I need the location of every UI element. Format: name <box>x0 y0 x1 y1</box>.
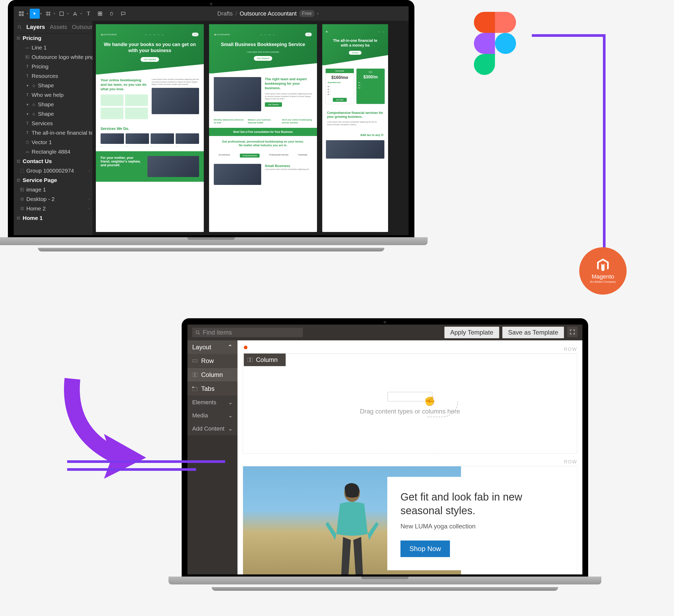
chevron-down-icon[interactable]: ▾ <box>317 12 319 15</box>
chevron-down-icon: ▾ <box>27 12 28 15</box>
layer-row[interactable]: Home 1 <box>14 213 92 223</box>
drafts-label[interactable]: Drafts <box>217 10 233 17</box>
layer-row[interactable]: Group 1000002974› <box>14 166 92 175</box>
pen-tool-button[interactable] <box>70 9 80 19</box>
search-input[interactable]: Find items <box>192 328 303 337</box>
layer-row[interactable]: TPricing <box>14 62 92 71</box>
thumb: — <box>101 133 124 148</box>
intro-section: Your online bookkeeping and tax team, so… <box>96 74 204 123</box>
move-tool-button[interactable] <box>30 9 40 19</box>
tab-layers[interactable]: Layers <box>26 24 45 30</box>
layer-row[interactable]: Outsource logo white png 1 <box>14 52 92 62</box>
frame-icon <box>20 206 24 211</box>
badge-name: Magento <box>592 273 614 280</box>
layer-row[interactable]: ▾◇Shape <box>14 100 92 109</box>
shop-now-button[interactable]: Shop Now <box>401 541 450 557</box>
artboard-service[interactable]: ◆ OUTSOURCE ———— — Small Business Bookke… <box>209 24 317 232</box>
figma-canvas[interactable]: ◆ OUTSOURCE ————— — We handle your books… <box>93 21 409 235</box>
layer-row[interactable]: Service Page <box>14 175 92 185</box>
search-icon[interactable] <box>17 25 22 29</box>
comment-tool-button[interactable] <box>118 9 128 19</box>
layer-row[interactable]: ▾◇Shape <box>14 81 92 90</box>
layer-row[interactable]: TResources <box>14 71 92 81</box>
magento-canvas[interactable]: ROW Column ✊ Drag content types or colum… <box>237 340 582 575</box>
save-template-button[interactable]: Save as Template <box>502 327 564 338</box>
figma-layers-panel: Layers Assets Outsour… ▾ Pricing—Line 1O… <box>14 21 93 235</box>
stat-card <box>101 95 123 106</box>
side-title: Comprehensive financial services for you… <box>327 111 383 119</box>
layer-row[interactable]: Contact Us <box>14 156 92 166</box>
plan-name: Gro <box>359 71 382 73</box>
hero-title: The all-in-one financial te with a money… <box>326 38 384 48</box>
industry-tabs: eCommerce Small Business Professional Se… <box>209 151 317 160</box>
column-drag-ghost[interactable]: Column <box>244 353 286 366</box>
right-team-section: The right team and expert bookkeeping fo… <box>209 73 317 115</box>
layer-row[interactable]: Desktop - 2› <box>14 194 92 204</box>
frame-icon <box>16 159 20 163</box>
layer-row[interactable]: ▭Rectangle 4884 <box>14 147 92 156</box>
frame-tool-button[interactable] <box>43 9 53 19</box>
layer-row[interactable]: TServices <box>14 119 92 128</box>
section-image <box>214 77 261 111</box>
nav-links: ————— <box>145 33 164 36</box>
fullscreen-button[interactable] <box>567 327 578 337</box>
ab-nav: ◆ —— <box>326 30 384 33</box>
content-row[interactable]: Get fit and look fab in new seasonal sty… <box>243 466 577 575</box>
layer-label: Pricing <box>23 35 41 41</box>
magento-sidebar: Layout ⌃ Row Column Tabs <box>188 340 237 575</box>
chevron-down-icon: ▾ <box>25 102 29 107</box>
svg-rect-51 <box>247 358 250 362</box>
section-cta: Get Started <box>265 102 282 107</box>
panel-elements[interactable]: Elements ⌄ <box>188 396 237 409</box>
layer-row[interactable]: Pricing <box>14 33 92 43</box>
layer-list[interactable]: Pricing—Line 1Outsource logo white png 1… <box>14 33 92 235</box>
image-icon <box>25 55 29 59</box>
svg-line-45 <box>199 333 200 335</box>
panel-layout[interactable]: Layout ⌃ <box>188 340 237 354</box>
laptop-magento: Find items Apply Template Save as Templa… <box>182 318 588 585</box>
hero-cta: Monthly <box>349 51 362 55</box>
item-label: Row <box>201 357 214 364</box>
chevron-right-icon: › <box>89 169 90 173</box>
file-name[interactable]: Outsource Accountant <box>240 10 297 17</box>
panel-media[interactable]: Media ⌄ <box>188 409 237 422</box>
artboard-home[interactable]: ◆ OUTSOURCE ————— — We handle your books… <box>96 24 204 232</box>
sidebar-item-column[interactable]: Column <box>188 368 237 382</box>
layer-row[interactable]: image 1 <box>14 185 92 194</box>
text-icon: T <box>25 121 29 126</box>
text-tool-button[interactable]: T <box>84 9 94 19</box>
row-label: ROW <box>243 346 577 353</box>
side-section: Comprehensive financial services for you… <box>322 107 388 130</box>
layer-row[interactable]: —Line 1 <box>14 43 92 52</box>
sidebar-item-tabs[interactable]: Tabs <box>188 382 237 396</box>
layer-row[interactable]: TWho we help <box>14 90 92 100</box>
rect-icon: ▭ <box>25 150 29 154</box>
chevron-down-icon: ▾ <box>40 12 41 15</box>
sidebar-item-row[interactable]: Row <box>188 354 237 368</box>
shape-tool-button[interactable] <box>57 9 67 19</box>
row-label: ROW <box>243 458 577 466</box>
layer-row[interactable]: ⬡Vector 1 <box>14 138 92 147</box>
feat: Monthly statements delivered on time <box>214 119 244 124</box>
plan-price: $300/m <box>359 75 382 80</box>
panel-label: Add Content <box>192 425 224 432</box>
layer-row[interactable]: ▾◇Shape <box>14 109 92 119</box>
artboard-pricing[interactable]: ◆ —— The all-in-one financial te with a … <box>322 24 388 232</box>
layer-row[interactable]: TThe all-in-one financial team y… <box>14 128 92 138</box>
figma-menu-button[interactable] <box>16 9 26 19</box>
resources-tool-button[interactable] <box>95 9 105 19</box>
apply-template-button[interactable]: Apply Template <box>444 327 499 338</box>
chevron-down-icon: ▾ <box>25 84 29 88</box>
tab-assets[interactable]: Assets <box>50 24 67 30</box>
cta-banner: New! Get a Free consultation for Your Bu… <box>209 128 317 136</box>
hand-tool-button[interactable] <box>107 9 117 19</box>
drop-zone[interactable]: ✊ Drag content types or columns here <box>243 353 577 453</box>
layer-label: Home 2 <box>26 205 46 212</box>
hero-cta: Get Started <box>141 57 159 62</box>
tab: Franchise <box>298 154 307 158</box>
feat-head: Essential inclu <box>328 82 352 84</box>
thumb: — <box>150 133 174 148</box>
panel-add-content[interactable]: Add Content ⌄ <box>188 422 237 435</box>
layer-row[interactable]: Home 2› <box>14 204 92 213</box>
intro-cards <box>101 108 148 119</box>
